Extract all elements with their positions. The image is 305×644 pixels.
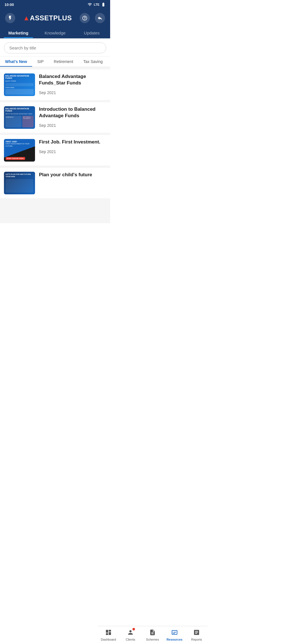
content-date: Sep 2021: [39, 90, 106, 95]
help-icon: [82, 15, 88, 21]
content-thumbnail: FIRST JOB? FIRST INVESTMENT IN YOUR FUTU…: [4, 139, 35, 162]
status-bar: 10:00 LTE: [0, 0, 110, 9]
thumb-label-1: BALANCED ADVANTAGE FUNDS: [5, 75, 34, 80]
content-title: Plan your child's future: [39, 172, 106, 178]
app-logo: ▲ASSETPLUS: [23, 14, 72, 22]
content-title: First Job. First Investment.: [39, 139, 106, 145]
chip-sip[interactable]: SIP: [32, 56, 49, 67]
content-details: Balanced Advantage Funds_Star Funds Sep …: [39, 73, 106, 95]
header-actions: [80, 13, 105, 23]
help-button[interactable]: [80, 13, 90, 23]
login-icon: [97, 15, 103, 21]
list-item[interactable]: BALANCED ADVANTAGE FUNDS ABOUT BALANCED …: [0, 102, 110, 133]
status-icons: LTE: [88, 2, 106, 7]
wifi-icon: [88, 2, 92, 7]
thumb-label-2: BALANCED ADVANTAGE FUNDS: [5, 108, 34, 112]
content-details: First Job. First Investment. Sep 2021: [39, 139, 106, 154]
chip-retirement[interactable]: Retirement: [49, 56, 78, 67]
tab-updates[interactable]: Updates: [73, 27, 110, 38]
login-button[interactable]: [95, 13, 105, 23]
lte-badge: LTE: [94, 3, 99, 6]
list-item[interactable]: LET'S PLAN FOR HER FUTURE TOGETHER Plan …: [0, 168, 110, 198]
logo-arrow: ▲: [23, 14, 30, 22]
list-item[interactable]: FIRST JOB? FIRST INVESTMENT IN YOUR FUTU…: [0, 135, 110, 166]
content-date: Sep 2021: [39, 149, 106, 154]
logo-text: ▲ASSETPLUS: [23, 14, 72, 22]
app-header: ▲ASSETPLUS: [0, 9, 110, 27]
content-details: Plan your child's future: [39, 172, 106, 182]
content-thumbnail: BALANCED ADVANTAGE FUNDS EQUITY VS BAF S…: [4, 73, 35, 96]
content-details: Introduction to Balanced Advantage Funds…: [39, 106, 106, 128]
status-time: 10:00: [5, 3, 14, 7]
content-thumbnail: LET'S PLAN FOR HER FUTURE TOGETHER: [4, 172, 35, 194]
content-thumbnail: BALANCED ADVANTAGE FUNDS ABOUT BALANCED …: [4, 106, 35, 129]
chip-tax-saving[interactable]: Tax Saving: [78, 56, 108, 67]
content-title: Introduction to Balanced Advantage Funds: [39, 106, 106, 119]
flash-icon: [7, 15, 13, 21]
content-list: BALANCED ADVANTAGE FUNDS EQUITY VS BAF S…: [0, 67, 110, 223]
content-title: Balanced Advantage Funds_Star Funds: [39, 73, 106, 86]
tab-marketing[interactable]: Marketing: [0, 27, 37, 38]
filter-chips: What's New SIP Retirement Tax Saving Mor…: [0, 56, 110, 67]
list-item[interactable]: BALANCED ADVANTAGE FUNDS EQUITY VS BAF S…: [0, 69, 110, 100]
search-section: [0, 38, 110, 56]
main-tabs: Marketing Knowledge Updates: [0, 27, 110, 38]
tab-knowledge[interactable]: Knowledge: [37, 27, 73, 38]
flash-button[interactable]: [5, 13, 15, 23]
chip-more[interactable]: More: [108, 56, 110, 67]
search-input[interactable]: [4, 42, 106, 53]
chip-whats-new[interactable]: What's New: [0, 56, 32, 67]
battery-icon: [101, 2, 106, 7]
content-date: Sep 2021: [39, 123, 106, 128]
